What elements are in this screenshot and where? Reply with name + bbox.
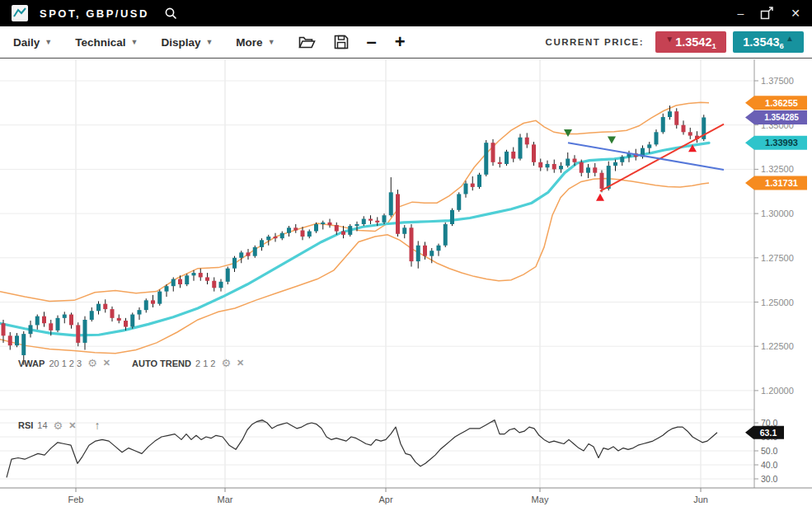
toolbar: Daily▼ Technical▼ Display▼ More▼ – + CUR…: [0, 26, 812, 59]
candle-body: [498, 162, 502, 164]
candle-body: [274, 237, 278, 238]
bollinger-upper-price-tag: 1.36255: [745, 96, 807, 110]
candle-body: [253, 247, 257, 256]
price-axis-label: 1.25000: [761, 298, 794, 307]
candle-body: [76, 325, 80, 342]
close-button[interactable]: ✕: [791, 7, 800, 19]
open-folder-button[interactable]: [298, 35, 316, 49]
candle-body: [519, 138, 523, 159]
candle-body: [110, 309, 115, 318]
candle-body: [185, 275, 189, 284]
arrow-down-icon: ▼: [665, 35, 674, 44]
save-button[interactable]: [334, 35, 349, 49]
candle-body: [15, 335, 19, 345]
candle-body: [566, 159, 570, 166]
candle-body: [341, 232, 345, 235]
candle-body: [96, 304, 101, 312]
candle-body: [199, 273, 203, 277]
candle-body: [83, 320, 87, 343]
zoom-in-button[interactable]: +: [395, 33, 406, 51]
candle-body: [35, 316, 40, 326]
menu-technical[interactable]: Technical▼: [75, 36, 138, 49]
candle-body: [444, 224, 448, 246]
close-icon[interactable]: ✕: [68, 421, 76, 430]
candle-body: [157, 292, 162, 304]
candle-body: [573, 159, 577, 162]
arrow-up-icon: ▲: [786, 34, 794, 43]
current-price-label: CURRENT PRICE:: [546, 37, 644, 47]
candle-body: [655, 132, 659, 144]
rsi-axis-label: 50.0: [761, 446, 778, 456]
candle-body: [559, 166, 563, 169]
minimize-button[interactable]: –: [737, 7, 744, 19]
candle-body: [402, 227, 406, 234]
gear-icon[interactable]: ⚙: [221, 358, 231, 368]
candle-body: [307, 232, 312, 237]
gear-icon[interactable]: ⚙: [54, 420, 63, 431]
candle-body: [287, 227, 291, 232]
candle-body: [42, 316, 46, 324]
price-axis-label: 1.20000: [761, 386, 794, 396]
time-axis-label: Apr: [378, 495, 392, 504]
close-icon[interactable]: ✕: [103, 359, 110, 368]
rsi-line: [7, 420, 717, 478]
candle-body: [552, 164, 556, 169]
sell-signal-marker: [564, 129, 572, 137]
price-axis-label: 1.27500: [761, 253, 794, 263]
candle-body: [138, 310, 142, 314]
candle-body: [260, 240, 264, 247]
candle-body: [49, 323, 53, 331]
candle-body: [90, 311, 94, 320]
gear-icon[interactable]: ⚙: [87, 358, 97, 368]
candle-body: [21, 334, 26, 355]
ask-price-badge: 1.35436 ▲: [733, 31, 804, 53]
time-axis-label: May: [532, 495, 549, 504]
candle-body: [511, 152, 515, 159]
candle-body: [144, 300, 148, 310]
vwap-price-tag: 1.33993: [745, 136, 807, 150]
last-price-price-tag: 1.354285: [745, 110, 807, 124]
rsi-axis-label: 40.0: [761, 460, 778, 470]
candle-body: [29, 325, 33, 334]
menu-daily[interactable]: Daily▼: [13, 36, 52, 49]
candle-body: [212, 281, 216, 288]
candle-body: [362, 219, 366, 224]
menu-display[interactable]: Display▼: [161, 36, 213, 49]
zoom-out-button[interactable]: –: [367, 33, 377, 51]
candle-body: [8, 335, 12, 345]
candle-body: [368, 219, 373, 221]
candle-body: [232, 258, 237, 269]
popout-button[interactable]: [760, 7, 774, 20]
candle-body: [205, 277, 209, 280]
search-icon[interactable]: [164, 7, 178, 21]
candle-body: [321, 223, 325, 224]
close-icon[interactable]: ✕: [237, 359, 244, 368]
candle-body: [117, 318, 121, 321]
svg-text:1.36255: 1.36255: [765, 98, 798, 108]
rsi-indicator-label: RSI: [18, 420, 33, 430]
candle-body: [266, 237, 270, 240]
move-panel-up-icon[interactable]: ↑: [94, 420, 100, 431]
candle-body: [171, 279, 176, 287]
candle-body: [348, 226, 352, 235]
price-chart-canvas[interactable]: 1.375001.350001.325001.300001.275001.250…: [0, 0, 812, 511]
time-axis-label: Mar: [218, 495, 233, 504]
candle-body: [600, 173, 604, 189]
candle-body: [661, 117, 665, 132]
candle-body: [613, 162, 617, 166]
window-title: SPOT, GBP/USD: [40, 7, 149, 20]
candle-body: [69, 315, 73, 326]
menu-more[interactable]: More▼: [236, 36, 275, 49]
chevron-down-icon: ▼: [268, 38, 275, 46]
candle-body: [477, 175, 481, 187]
bollinger-lower-band: [0, 179, 709, 354]
indicator-legend-row: VWAP 20 1 2 3 ⚙ ✕ AUTO TREND 2 1 2 ⚙ ✕: [18, 358, 244, 368]
candle-body: [437, 246, 441, 251]
candle-body: [429, 251, 434, 256]
vwap-indicator-label: VWAP: [18, 359, 45, 368]
rsi-overbought-fill: [7, 420, 717, 488]
bid-price-badge: ▼ 1.35421: [655, 31, 726, 53]
candle-body: [620, 157, 624, 162]
candle-body: [239, 252, 243, 257]
candle-body: [668, 111, 672, 117]
